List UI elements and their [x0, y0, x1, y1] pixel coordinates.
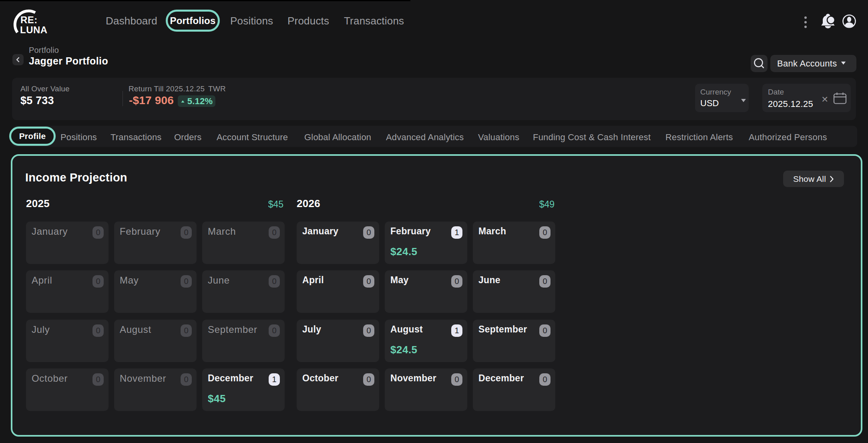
svg-text:RE:: RE: [20, 14, 38, 25]
svg-text:LUNA: LUNA [20, 24, 48, 35]
